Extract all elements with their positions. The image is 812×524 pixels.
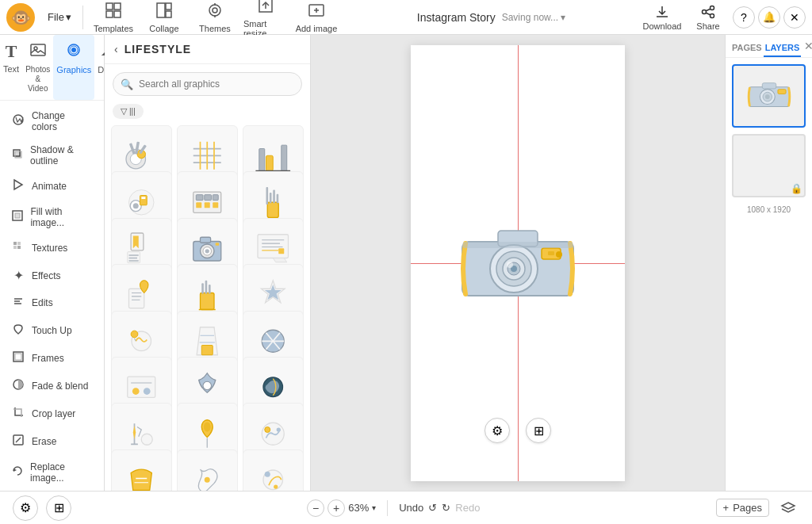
svg-rect-103 <box>205 281 208 294</box>
menu-fade-blend[interactable]: Fade & blend <box>3 373 101 400</box>
svg-point-128 <box>204 422 211 431</box>
svg-rect-146 <box>548 251 554 255</box>
sidebar-tabs: T Text Photos& Video Graphics Draw <box>0 35 104 101</box>
svg-rect-61 <box>282 145 287 170</box>
menu-crop-layer-label: Crop layer <box>32 408 75 419</box>
menu-animate[interactable]: Animate <box>3 173 101 200</box>
saving-arrow: ▾ <box>561 12 565 23</box>
frames-icon <box>11 350 25 366</box>
file-menu[interactable]: File ▾ <box>41 8 78 26</box>
share-icon <box>700 4 716 21</box>
toolbar-templates[interactable]: Templates <box>88 0 139 35</box>
svg-rect-0 <box>106 3 113 10</box>
change-colors-icon <box>11 113 25 129</box>
toolbar-collage[interactable]: Collage <box>139 0 190 35</box>
back-btn[interactable]: ‹ <box>114 43 118 55</box>
doc-title: Instagram Story <box>417 11 496 24</box>
download-icon <box>654 4 670 21</box>
svg-rect-90 <box>216 243 219 246</box>
collage-label: Collage <box>149 24 178 33</box>
tab-layers[interactable]: LAYERS <box>764 40 802 57</box>
svg-rect-22 <box>31 44 45 55</box>
svg-rect-104 <box>209 285 211 293</box>
svg-rect-35 <box>17 242 21 245</box>
graphic-item-21[interactable] <box>111 449 172 491</box>
menu-replace-image[interactable]: Replace image... <box>3 456 101 489</box>
menu-edits[interactable]: Edits <box>3 289 101 316</box>
graphic-item-23[interactable] <box>243 449 304 491</box>
templates-label: Templates <box>94 24 133 33</box>
thumbnail-1[interactable] <box>732 64 806 128</box>
filter-btn[interactable]: ▽ ||| <box>113 104 144 119</box>
menu-shadow-outline[interactable]: Shadow & outline <box>3 139 101 172</box>
pages-btn[interactable]: + Pages <box>716 499 769 517</box>
zoom-plus-btn[interactable]: + <box>327 499 345 517</box>
menu-fill-image[interactable]: Fill with image... <box>3 201 101 234</box>
sep1 <box>82 6 83 29</box>
svg-point-89 <box>205 249 209 253</box>
textures-icon <box>11 240 25 256</box>
svg-rect-69 <box>197 194 204 200</box>
svg-rect-119 <box>128 377 155 397</box>
bell-btn[interactable]: 🔔 <box>758 6 780 29</box>
right-panel: PAGES LAYERS ✕ 🔒 1080 x 1920 <box>725 35 812 491</box>
zoom-arrow[interactable]: ▾ <box>372 503 376 512</box>
svg-rect-70 <box>205 194 212 200</box>
svg-rect-97 <box>129 289 144 309</box>
tab-pages[interactable]: PAGES <box>730 40 764 57</box>
rpanel-close-btn[interactable]: ✕ <box>801 40 812 57</box>
menu-effects[interactable]: ✦ Effects <box>3 262 101 289</box>
svg-rect-30 <box>15 151 21 158</box>
canvas-camera-element[interactable] <box>454 220 581 307</box>
svg-point-147 <box>556 251 562 258</box>
canvas-settings-btn[interactable]: ⚙ <box>485 418 510 443</box>
menu-erase[interactable]: Erase <box>3 428 101 455</box>
menu-effects-label: Effects <box>32 270 60 281</box>
menu-textures[interactable]: Textures <box>3 235 101 262</box>
thumbnail-2[interactable]: 🔒 <box>732 134 806 197</box>
download-btn[interactable]: Download <box>641 2 684 33</box>
svg-rect-4 <box>157 3 165 17</box>
photos-icon <box>29 41 47 63</box>
collage-icon <box>155 2 173 23</box>
replace-image-icon <box>11 465 24 480</box>
zoom-value[interactable]: 63% <box>348 502 369 514</box>
filter-btn-label: ||| <box>129 107 136 116</box>
top-toolbar: 🐵 File ▾ Templates Collage Themes Smart … <box>0 0 812 35</box>
zoom-minus-btn[interactable]: − <box>307 499 324 517</box>
close-btn[interactable]: ✕ <box>783 6 806 29</box>
menu-fade-blend-label: Fade & blend <box>32 381 88 392</box>
undo-icon[interactable]: ↺ <box>428 502 437 514</box>
center-area: Instagram Story Saving now... ▾ <box>342 11 641 24</box>
touch-up-icon <box>11 323 25 338</box>
toolbar-themes[interactable]: Themes <box>190 0 240 35</box>
tab-photos[interactable]: Photos& Video <box>22 35 53 100</box>
menu-touch-up[interactable]: Touch Up <box>3 317 101 344</box>
main-area: T Text Photos& Video Graphics Draw <box>0 35 812 491</box>
svg-rect-78 <box>277 193 279 202</box>
tab-graphics[interactable]: Graphics <box>53 35 94 100</box>
help-btn[interactable]: ? <box>733 6 755 29</box>
app-logo[interactable]: 🐵 <box>6 3 35 32</box>
menu-crop-layer[interactable]: Crop layer <box>3 400 101 427</box>
close-icon: ✕ <box>790 11 799 24</box>
undo-label[interactable]: Undo <box>399 502 423 514</box>
redo-label[interactable]: Redo <box>455 502 480 514</box>
toolbar-smart-resize[interactable]: Smart resize <box>240 0 291 40</box>
graphic-item-22[interactable] <box>177 449 238 491</box>
menu-frames-label: Frames <box>32 353 64 364</box>
share-btn[interactable]: Share <box>687 2 730 33</box>
toolbar-add-image[interactable]: Add image <box>291 0 342 35</box>
tab-photos-label: Photos& Video <box>25 65 50 94</box>
bell-icon: 🔔 <box>763 11 776 23</box>
layers-btn[interactable] <box>777 497 799 519</box>
search-input[interactable] <box>113 72 302 96</box>
redo-icon[interactable]: ↻ <box>442 502 450 514</box>
menu-frames[interactable]: Frames <box>3 345 101 372</box>
settings-btn[interactable]: ⚙ <box>13 495 38 521</box>
tab-text[interactable]: T Text <box>0 35 22 100</box>
layout-btn[interactable]: ⊞ <box>46 495 71 521</box>
canvas-dimensions: 1080 x 1920 <box>732 205 806 214</box>
canvas-layout-btn[interactable]: ⊞ <box>526 418 551 443</box>
menu-change-colors[interactable]: Change colors <box>3 105 101 138</box>
